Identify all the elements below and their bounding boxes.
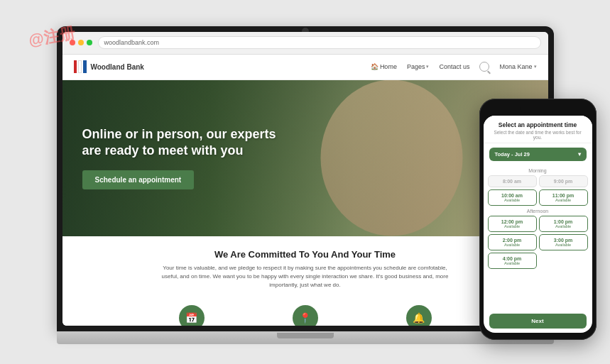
time-400pm: 4:00 pm bbox=[493, 256, 532, 261]
maximize-dot[interactable] bbox=[87, 40, 92, 45]
nav-pages[interactable]: Pages ▾ bbox=[407, 63, 430, 70]
phone-subtitle: Select the date and time the works best … bbox=[491, 130, 585, 140]
commitment-title: We Are Committed To You And Your Time bbox=[77, 249, 534, 260]
time-slot-300pm[interactable]: 3:00 pm Available bbox=[539, 234, 588, 250]
features-grid: 📅 Stress-Free Scheduling Our online sche… bbox=[77, 299, 534, 326]
time-slot-200pm[interactable]: 2:00 pm Available bbox=[488, 234, 537, 250]
time-slot-1100pm-time: 11:00 pm bbox=[544, 193, 583, 198]
phone-appointment-header: Select an appointment time Select the da… bbox=[484, 116, 592, 143]
avail-100pm: Available bbox=[544, 224, 583, 228]
time-slots-section: Morning 8:00 am 9:00 pm 10:00 am Availab… bbox=[484, 165, 592, 311]
time-slot-1000am-time: 10:00 am bbox=[493, 193, 532, 198]
phone-device: Select an appointment time Select the da… bbox=[479, 99, 597, 340]
avail-400pm: Available bbox=[493, 261, 532, 265]
logo-text: Woodland Bank bbox=[91, 63, 144, 71]
feature-branches: 📍 Nearby Branches We make it easy to cho… bbox=[259, 305, 352, 326]
website: Woodland Bank 🏠 Home Pages ▾ bbox=[62, 55, 548, 326]
avail-200pm: Available bbox=[493, 243, 532, 247]
morning-label: Morning bbox=[488, 168, 588, 173]
search-icon[interactable] bbox=[479, 62, 489, 72]
afternoon-grid: 12:00 pm Available 1:00 pm Available 2:0… bbox=[488, 216, 588, 269]
time-slot-100pm[interactable]: 1:00 pm Available bbox=[539, 216, 588, 232]
flag-red bbox=[74, 60, 77, 73]
branches-icon: 📍 bbox=[293, 305, 318, 326]
feature-reminders: 🔔 Timely Reminders Our automated confirm… bbox=[373, 305, 465, 326]
phone-title: Select an appointment time bbox=[491, 121, 585, 128]
time-slot-400pm[interactable]: 4:00 pm Available bbox=[488, 253, 537, 269]
time-slot-800am: 8:00 am bbox=[488, 175, 537, 187]
avail-1200pm: Available bbox=[493, 224, 532, 228]
commitment-section: We Are Committed To You And Your Time Yo… bbox=[62, 236, 548, 326]
logo: Woodland Bank bbox=[74, 60, 144, 73]
minimize-dot[interactable] bbox=[78, 40, 84, 45]
time-200pm: 2:00 pm bbox=[493, 238, 532, 243]
user-chevron-icon: ▾ bbox=[534, 64, 537, 70]
laptop-base bbox=[57, 331, 554, 344]
time-300pm: 3:00 pm bbox=[544, 238, 583, 243]
nav-pages-label: Pages bbox=[407, 63, 425, 70]
commitment-text: Your time is valuable, and we pledge to … bbox=[156, 264, 454, 289]
time-1200pm: 12:00 pm bbox=[493, 219, 532, 224]
date-chevron-icon: ▾ bbox=[578, 151, 581, 158]
nav-links: 🏠 Home Pages ▾ Contact us bbox=[371, 62, 537, 72]
time-slot-1000am-avail: Available bbox=[493, 198, 532, 202]
scheduling-icon: 📅 bbox=[179, 305, 205, 326]
chevron-down-icon: ▾ bbox=[426, 64, 429, 70]
reminders-icon: 🔔 bbox=[406, 305, 432, 326]
next-button[interactable]: Next bbox=[489, 314, 587, 329]
nav-contact-label: Contact us bbox=[439, 63, 469, 70]
nav-user-label: Mona Kane bbox=[499, 63, 532, 70]
nav-user[interactable]: Mona Kane ▾ bbox=[499, 63, 536, 70]
time-slot-900pm-time: 9:00 pm bbox=[544, 179, 583, 184]
time-100pm: 1:00 pm bbox=[544, 219, 583, 224]
hero-title: Online or in person, our experts are rea… bbox=[82, 126, 281, 160]
time-slot-1100pm-avail: Available bbox=[544, 198, 583, 202]
browser-dots bbox=[70, 40, 92, 45]
flag-blue bbox=[83, 60, 87, 73]
url-text: woodlandbank.com bbox=[104, 39, 160, 46]
nav-home[interactable]: 🏠 Home bbox=[371, 63, 397, 70]
time-slot-1200pm[interactable]: 12:00 pm Available bbox=[488, 216, 537, 232]
nav-contact[interactable]: Contact us bbox=[439, 63, 469, 70]
feature-scheduling: 📅 Stress-Free Scheduling Our online sche… bbox=[146, 305, 238, 326]
logo-icon bbox=[74, 60, 87, 73]
time-slot-1100pm[interactable]: 11:00 pm Available bbox=[539, 189, 588, 206]
date-selector-button[interactable]: Today - Jul 29 ▾ bbox=[489, 148, 587, 161]
morning-grid: 8:00 am 9:00 pm 10:00 am Available 11:00… bbox=[488, 175, 588, 206]
phone-notch bbox=[520, 106, 555, 113]
laptop-screen: woodlandbank.com Woodland Bank bbox=[62, 32, 548, 326]
navigation: Woodland Bank 🏠 Home Pages ▾ bbox=[62, 55, 548, 80]
schedule-button[interactable]: Schedule an appointment bbox=[82, 170, 195, 189]
home-icon: 🏠 bbox=[371, 63, 378, 70]
close-dot[interactable] bbox=[70, 40, 75, 45]
afternoon-label: Afternoon bbox=[488, 209, 588, 214]
time-slot-900pm: 9:00 pm bbox=[539, 175, 588, 187]
nav-home-label: Home bbox=[380, 63, 397, 70]
time-slot-800am-time: 8:00 am bbox=[493, 179, 532, 184]
scene: @注册 woodlandbank.com bbox=[14, 12, 597, 353]
hero-section: Online or in person, our experts are rea… bbox=[62, 80, 548, 236]
avail-300pm: Available bbox=[544, 243, 583, 247]
hero-background-person bbox=[293, 80, 491, 236]
url-bar[interactable]: woodlandbank.com bbox=[98, 36, 541, 49]
phone-screen: Select an appointment time Select the da… bbox=[484, 116, 592, 333]
flag-white bbox=[78, 60, 82, 73]
time-slot-1000am[interactable]: 10:00 am Available bbox=[488, 189, 537, 206]
browser-chrome: woodlandbank.com bbox=[62, 32, 548, 55]
date-label: Today - Jul 29 bbox=[495, 151, 530, 158]
